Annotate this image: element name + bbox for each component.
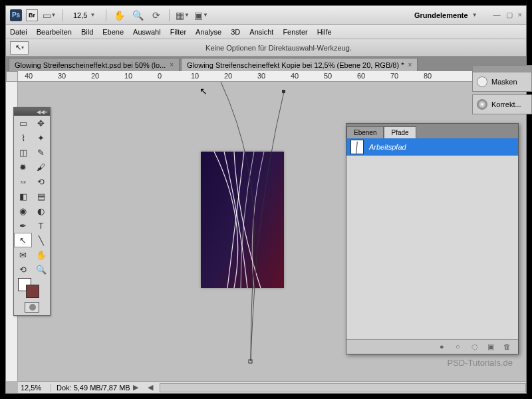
artwork-glow-lines <box>201 152 284 288</box>
pen-tool[interactable]: ✒ <box>14 218 32 233</box>
menu-bearbeiten[interactable]: Bearbeiten <box>37 28 72 36</box>
menubar: Datei Bearbeiten Bild Ebene Auswahl Filt… <box>6 25 526 39</box>
brush-tool[interactable]: 🖌 <box>32 160 50 174</box>
current-tool-indicator[interactable]: ↖▾ <box>10 41 29 55</box>
new-path-icon[interactable]: ▣ <box>487 342 497 352</box>
magic-wand-tool[interactable]: ✦ <box>32 130 50 145</box>
chevron-right-icon: ▶ <box>133 383 138 392</box>
workspace-dropdown[interactable]: Grundelemente ▼ <box>409 11 483 19</box>
status-zoom[interactable]: 12,5% <box>18 384 51 392</box>
history-brush-tool[interactable]: ⟲ <box>32 174 50 189</box>
arrange-dropdown-icon[interactable]: ▦▼ <box>175 9 190 21</box>
menu-analyse[interactable]: Analyse <box>196 28 221 36</box>
scrollbar-horizontal[interactable] <box>160 383 526 392</box>
type-tool[interactable]: T <box>32 218 50 233</box>
blur-tool[interactable]: ◉ <box>14 203 32 218</box>
tab-pfade[interactable]: Pfade <box>384 126 416 138</box>
menu-filter[interactable]: Filter <box>170 28 186 36</box>
options-text: Keine Optionen für Direktauswahl-Werkzeu… <box>35 44 522 52</box>
3d-rotate-tool[interactable]: ⟲ <box>14 262 32 277</box>
rotate-view-icon[interactable]: ⟳ <box>149 9 164 21</box>
paths-list[interactable]: Arbeitspfad <box>346 138 518 339</box>
zoom-tool[interactable]: 🔍 <box>32 262 50 277</box>
menu-auswahl[interactable]: Auswahl <box>133 28 161 36</box>
document-tab[interactable]: Glowing Streifenscheineffekt.psd bei 50%… <box>9 58 180 71</box>
direct-selection-tool[interactable]: ↖ <box>14 233 32 247</box>
close-tab-icon[interactable]: × <box>170 61 174 68</box>
dock-panel-korrekturen[interactable]: Korrekt... <box>472 94 532 114</box>
maximize-icon[interactable]: ▢ <box>506 11 513 19</box>
document-tab[interactable]: Glowing Streifenscheineffekt Kopie bei 1… <box>181 58 418 71</box>
status-bar: 12,5% Dok: 5,49 MB/7,87 MB ▶ ◀ <box>18 381 526 393</box>
ruler-horizontal[interactable]: 40 30 20 10 0 10 20 30 40 50 60 70 80 <box>18 71 526 82</box>
path-thumbnail <box>350 140 364 154</box>
dock-label: Masken <box>491 78 517 86</box>
chevron-down-icon: ▼ <box>472 12 477 18</box>
scroll-left-icon[interactable]: ◀ <box>148 383 153 392</box>
fill-path-icon[interactable]: ● <box>440 342 449 352</box>
gradient-tool[interactable]: ▤ <box>32 189 50 203</box>
hand-tool-icon[interactable]: ✋ <box>112 9 126 21</box>
menu-bild[interactable]: Bild <box>81 28 93 36</box>
menu-datei[interactable]: Datei <box>10 28 27 36</box>
adjustments-icon <box>477 99 487 110</box>
tab-title: Glowing Streifenscheineffekt Kopie bei 1… <box>187 61 404 69</box>
path-item[interactable]: Arbeitspfad <box>346 138 518 156</box>
minimize-icon[interactable]: — <box>493 11 501 19</box>
crop-tool[interactable]: ◫ <box>14 145 32 160</box>
dock-panel-masken[interactable]: Masken <box>472 65 532 92</box>
notes-tool[interactable]: ✉ <box>14 247 32 262</box>
tab-ebenen[interactable]: Ebenen <box>346 126 384 138</box>
tab-title: Glowing Streifenscheineffekt.psd bei 50%… <box>15 61 166 69</box>
zoom-dropdown[interactable]: 12,5 ▼ <box>68 9 100 21</box>
paths-panel[interactable]: Ebenen Pfade Arbeitspfad ● ○ ◌ ▣ 🗑 <box>346 123 519 354</box>
collapse-icon[interactable]: ◀◀ <box>37 109 45 115</box>
ruler-origin[interactable] <box>6 71 18 82</box>
background-color[interactable] <box>26 285 39 298</box>
toolbox[interactable]: ◀◀ × ▭ ✥ ⌇ ✦ ◫ ✎ ✹ 🖌 ⎃ ⟲ ◧ ▤ ◉ ◐ ✒ T ↖ ╲… <box>13 107 51 316</box>
close-icon[interactable]: × <box>518 11 522 19</box>
marquee-tool[interactable]: ▭ <box>14 116 32 130</box>
status-doc-size[interactable]: Dok: 5,49 MB/7,87 MB ▶ <box>51 383 144 392</box>
menu-hilfe[interactable]: Hilfe <box>317 28 332 36</box>
document-tabs: Glowing Streifenscheineffekt.psd bei 50%… <box>6 57 526 71</box>
menu-ansicht[interactable]: Ansicht <box>249 28 273 36</box>
menu-ebene[interactable]: Ebene <box>102 28 124 36</box>
move-tool[interactable]: ✥ <box>32 116 50 130</box>
stamp-tool[interactable]: ⎃ <box>14 174 32 189</box>
close-tab-icon[interactable]: × <box>408 61 412 68</box>
eyedropper-tool[interactable]: ✎ <box>32 145 50 160</box>
hand-tool[interactable]: ✋ <box>32 247 50 262</box>
eraser-tool[interactable]: ◧ <box>14 189 32 203</box>
lasso-tool[interactable]: ⌇ <box>14 130 32 145</box>
layout-dropdown-icon[interactable]: ▭▼ <box>42 9 57 21</box>
healing-tool[interactable]: ✹ <box>14 160 32 174</box>
stroke-path-icon[interactable]: ○ <box>456 342 465 352</box>
dodge-tool[interactable]: ◐ <box>32 203 50 218</box>
svg-rect-1 <box>249 360 252 363</box>
screenmode-dropdown-icon[interactable]: ▣▼ <box>194 9 208 21</box>
menu-3d[interactable]: 3D <box>231 28 240 36</box>
chevron-down-icon: ▼ <box>90 12 95 18</box>
photoshop-icon: Ps <box>10 9 22 21</box>
zoom-value: 12,5 <box>73 11 87 19</box>
panel-tabs: Ebenen Pfade <box>346 124 518 138</box>
line-tool[interactable]: ╲ <box>32 233 50 247</box>
right-dock: Masken Korrekt... <box>472 65 532 117</box>
path-name: Arbeitspfad <box>369 143 406 151</box>
mask-icon <box>477 76 487 87</box>
close-icon[interactable]: × <box>45 109 48 115</box>
color-swatches[interactable] <box>14 277 50 299</box>
delete-path-icon[interactable]: 🗑 <box>503 342 513 352</box>
menu-fenster[interactable]: Fenster <box>283 28 307 36</box>
panel-header[interactable]: ◀◀ × <box>14 108 50 116</box>
titlebar: Ps Br ▭▼ 12,5 ▼ ✋ 🔍 ⟳ ▦▼ ▣▼ Grundelement… <box>6 6 526 25</box>
workspace-label: Grundelemente <box>414 11 468 19</box>
selection-from-path-icon[interactable]: ◌ <box>471 342 481 352</box>
zoom-tool-icon[interactable]: 🔍 <box>130 9 145 21</box>
bridge-icon[interactable]: Br <box>26 9 38 21</box>
watermark: PSD-Tutorials.de <box>448 358 513 368</box>
quickmask-icon[interactable] <box>25 302 39 313</box>
panel-footer: ● ○ ◌ ▣ 🗑 <box>346 339 518 354</box>
options-bar: ↖▾ Keine Optionen für Direktauswahl-Werk… <box>6 39 526 57</box>
